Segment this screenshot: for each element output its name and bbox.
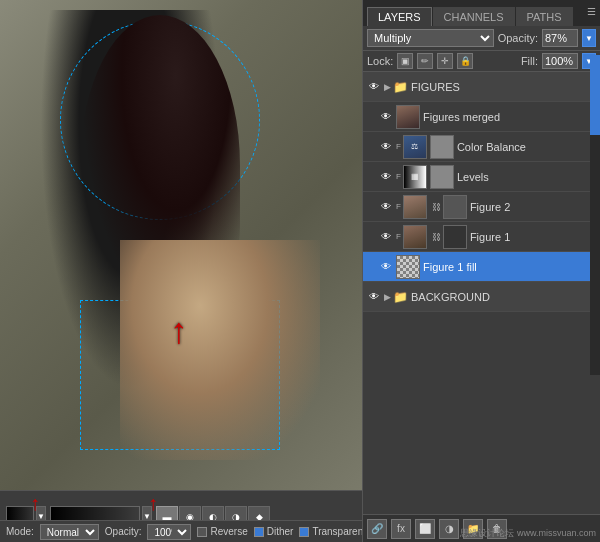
layer-group-background[interactable]: 👁 ▶ 📁 BACKGROUND xyxy=(363,282,600,312)
thumb-figure1 xyxy=(403,225,427,249)
layers-list: 👁 ▶ 📁 FIGURES 👁 Figures merged 👁 F ⚖ Col… xyxy=(363,72,600,514)
layers-panel: LAYERS CHANNELS PATHS ☰ Multiply Opacity… xyxy=(362,0,600,542)
lock-position-btn[interactable]: ✛ xyxy=(437,53,453,69)
background-group-name: BACKGROUND xyxy=(411,291,596,303)
layers-scrollbar[interactable] xyxy=(590,55,600,375)
figures-group-name: FIGURES xyxy=(411,81,596,93)
tab-paths[interactable]: PATHS xyxy=(516,7,573,26)
thumb-figure2 xyxy=(403,195,427,219)
mask-color-balance xyxy=(430,135,454,159)
dither-label: Dither xyxy=(267,526,294,537)
link-layers-btn[interactable]: 🔗 xyxy=(367,519,387,539)
scrollbar-thumb[interactable] xyxy=(590,55,600,135)
layer-name-figure2: Figure 2 xyxy=(470,201,596,213)
layer-name-figure1-fill: Figure 1 fill xyxy=(423,261,596,273)
opacity-input[interactable]: 87% xyxy=(542,29,578,47)
mask-figure2 xyxy=(443,195,467,219)
reverse-checkbox[interactable] xyxy=(197,527,207,537)
opacity-label: Opacity: xyxy=(105,526,142,537)
adjustment-layer-btn[interactable]: ◑ xyxy=(439,519,459,539)
folder-icon-background: 📁 xyxy=(393,290,408,304)
eye-figure1-fill[interactable]: 👁 xyxy=(379,260,393,274)
eye-figure1[interactable]: 👁 xyxy=(379,230,393,244)
layer-figure1[interactable]: 👁 F ⛓ Figure 1 xyxy=(363,222,600,252)
layer-figure2[interactable]: 👁 F ⛓ Figure 2 xyxy=(363,192,600,222)
layer-name-color-balance: Color Balance xyxy=(457,141,596,153)
dither-checkbox[interactable] xyxy=(254,527,264,537)
arrow-color-balance: F xyxy=(396,142,401,151)
panel-menu-icon[interactable]: ☰ xyxy=(587,6,596,17)
mode-select[interactable]: Normal xyxy=(40,524,99,540)
lock-all-btn[interactable]: 🔒 xyxy=(457,53,473,69)
tab-channels[interactable]: CHANNELS xyxy=(433,7,515,26)
panel-tabs: LAYERS CHANNELS PATHS ☰ xyxy=(363,0,600,26)
tab-layers[interactable]: LAYERS xyxy=(367,7,432,26)
mask-levels xyxy=(430,165,454,189)
layer-figures-merged[interactable]: 👁 Figures merged xyxy=(363,102,600,132)
mask-figure1 xyxy=(443,225,467,249)
lock-image-btn[interactable]: ✏ xyxy=(417,53,433,69)
eye-color-balance[interactable]: 👁 xyxy=(379,140,393,154)
group-arrow-background: ▶ xyxy=(384,292,391,302)
chain-figure2: ⛓ xyxy=(432,202,441,212)
transparency-checkbox[interactable] xyxy=(299,527,309,537)
layer-levels[interactable]: 👁 F ▦ Levels xyxy=(363,162,600,192)
reverse-group: Reverse xyxy=(197,526,247,537)
layer-group-figures[interactable]: 👁 ▶ 📁 FIGURES xyxy=(363,72,600,102)
folder-icon-figures: 📁 xyxy=(393,80,408,94)
eye-figure2[interactable]: 👁 xyxy=(379,200,393,214)
blend-mode-row: Multiply Opacity: 87% ▼ xyxy=(363,26,600,51)
lock-transparent-btn[interactable]: ▣ xyxy=(397,53,413,69)
red-arrow-canvas: ↑ xyxy=(170,310,188,352)
add-mask-btn[interactable]: ⬜ xyxy=(415,519,435,539)
arrow-figure1: F xyxy=(396,232,401,241)
lock-label: Lock: xyxy=(367,55,393,67)
opacity-select[interactable]: 100% xyxy=(147,524,191,540)
layer-name-levels: Levels xyxy=(457,171,596,183)
arrow-levels: F xyxy=(396,172,401,181)
opacity-arrow-btn[interactable]: ▼ xyxy=(582,29,596,47)
lock-row: Lock: ▣ ✏ ✛ 🔒 Fill: 100% ▼ xyxy=(363,51,600,72)
thumb-figure1-fill xyxy=(396,255,420,279)
dither-group: Dither xyxy=(254,526,294,537)
eye-figures[interactable]: 👁 xyxy=(367,80,381,94)
group-arrow-figures: ▶ xyxy=(384,82,391,92)
eye-levels[interactable]: 👁 xyxy=(379,170,393,184)
reverse-label: Reverse xyxy=(210,526,247,537)
mode-bar: Mode: Normal Opacity: 100% Reverse Dithe… xyxy=(0,520,362,542)
arrow-figure2: F xyxy=(396,202,401,211)
fill-label: Fill: xyxy=(521,55,538,67)
layer-figure1-fill[interactable]: 👁 Figure 1 fill xyxy=(363,252,600,282)
mode-label: Mode: xyxy=(6,526,34,537)
thumb-levels: ▦ xyxy=(403,165,427,189)
thumb-color-balance: ⚖ xyxy=(403,135,427,159)
blend-mode-select[interactable]: Multiply xyxy=(367,29,494,47)
watermark: 思缘设计论坛 www.missvuan.com xyxy=(460,527,596,540)
canvas-area: ↑ xyxy=(0,0,362,490)
layer-color-balance[interactable]: 👁 F ⚖ Color Balance xyxy=(363,132,600,162)
eye-figures-merged[interactable]: 👁 xyxy=(379,110,393,124)
fx-btn[interactable]: fx xyxy=(391,519,411,539)
fill-input[interactable]: 100% xyxy=(542,53,578,69)
eye-background[interactable]: 👁 xyxy=(367,290,381,304)
layer-name-figure1: Figure 1 xyxy=(470,231,596,243)
layer-name-figures-merged: Figures merged xyxy=(423,111,596,123)
thumb-figures-merged xyxy=(396,105,420,129)
chain-figure1: ⛓ xyxy=(432,232,441,242)
opacity-row-label: Opacity: xyxy=(498,32,538,44)
